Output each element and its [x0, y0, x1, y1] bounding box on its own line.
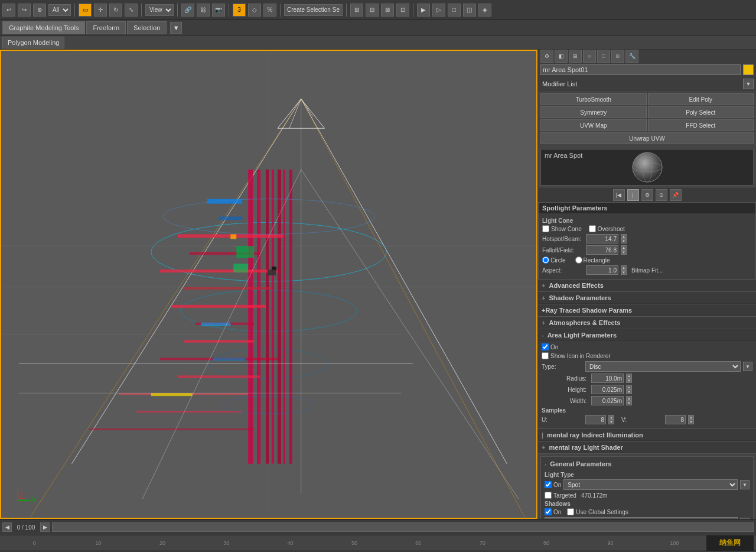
scene-icon-4[interactable]: ○	[583, 50, 596, 63]
redo-icon[interactable]: ↪	[18, 4, 31, 17]
move-icon[interactable]: ✛	[94, 4, 107, 17]
light-on-checkbox[interactable]	[545, 481, 552, 488]
falloff-up[interactable]: ▲	[621, 245, 627, 250]
timeline-track[interactable]	[52, 522, 754, 532]
circle-radio-label[interactable]: Circle	[542, 256, 566, 264]
shadow-parameters-header[interactable]: + Shadow Parameters	[538, 292, 756, 304]
width-input[interactable]: 0.025m	[591, 396, 624, 405]
shadow-type-select[interactable]: Ray Traced Shadows	[545, 517, 738, 519]
scene-icon-1[interactable]: ⚙	[540, 50, 553, 63]
overshoot-checkbox-label[interactable]: Overshoot	[589, 225, 625, 232]
v-input[interactable]: 8	[665, 415, 686, 424]
symmetry-btn[interactable]: Symmetry	[540, 106, 647, 118]
snap3-icon[interactable]: ⊠	[381, 4, 394, 17]
prev-icon-2[interactable]: |	[627, 189, 639, 201]
snap-icon[interactable]: ⊞	[350, 4, 363, 17]
render-icon[interactable]: ▶	[417, 4, 430, 17]
prev-icon-1[interactable]: |◀	[613, 189, 625, 201]
circle-radio[interactable]	[542, 256, 549, 264]
material-icon[interactable]: ◈	[478, 4, 491, 17]
bitmap-fit-btn[interactable]: Bitmap Fit...	[631, 267, 663, 274]
unwrap-uvw-btn[interactable]: Unwrap UVW	[540, 132, 754, 144]
mental-ray-shader-header[interactable]: + mental ray Light Shader	[538, 441, 756, 453]
object-color-swatch[interactable]	[743, 64, 754, 75]
unlink-icon[interactable]: ⛓	[197, 4, 210, 17]
hotspot-input[interactable]: 14.7	[586, 234, 618, 243]
radius-down[interactable]: ▼	[626, 378, 632, 383]
radius-up[interactable]: ▲	[626, 374, 632, 378]
height-input[interactable]: 0.025m	[591, 385, 624, 394]
link-icon[interactable]: 🔗	[181, 4, 194, 17]
ffd-select-btn[interactable]: FFD Select	[648, 119, 754, 131]
scene-icon-6[interactable]: ⊙	[611, 50, 624, 63]
select-icon[interactable]: ⊕	[33, 4, 46, 17]
width-up[interactable]: ▲	[626, 396, 632, 401]
aspect-input[interactable]: 1.0	[586, 265, 618, 275]
light-type-dropdown[interactable]: ▼	[740, 480, 750, 489]
hotspot-down[interactable]: ▼	[621, 239, 627, 243]
ray-traced-header[interactable]: +Ray Traced Shadow Params	[538, 304, 756, 316]
show-icon-checkbox-label[interactable]: Show Icon in Renderer	[542, 352, 611, 359]
falloff-down[interactable]: ▼	[621, 250, 627, 255]
region-select-icon[interactable]: ▭	[79, 4, 92, 17]
sub-tab-polygon-modeling[interactable]: Polygon Modeling	[2, 37, 64, 48]
prev-icon-4[interactable]: ⊙	[656, 189, 667, 201]
scene-icon-3[interactable]: ⊞	[569, 50, 582, 63]
aspect-up[interactable]: ▲	[621, 265, 627, 270]
prev-icon-3[interactable]: ⚙	[641, 189, 653, 201]
keyframe-icon[interactable]: ◇	[248, 4, 261, 17]
scene-icon-5[interactable]: □	[597, 50, 610, 63]
scene-icon-7[interactable]: 🔧	[625, 50, 638, 63]
use-global-label[interactable]: Use Global Settings	[567, 508, 628, 515]
modifier-list-dropdown-btn[interactable]: ▼	[743, 79, 754, 89]
shadows-on-label[interactable]: On	[545, 508, 561, 515]
prev-icon-5[interactable]: 📌	[670, 189, 682, 201]
targeted-checkbox-label[interactable]: Targeted	[545, 492, 576, 499]
atmospheres-header[interactable]: + Atmospheres & Effects	[538, 317, 756, 329]
shadow-type-dropdown[interactable]: ▼	[740, 518, 750, 519]
rotate-icon[interactable]: ↻	[109, 4, 122, 17]
u-input[interactable]: 8	[585, 415, 606, 424]
type-select[interactable]: Disc	[585, 361, 741, 372]
show-icon-checkbox[interactable]	[542, 352, 549, 359]
camera-icon[interactable]: 📷	[212, 4, 225, 17]
object-name-input[interactable]: mr Area Spot01	[540, 64, 741, 75]
width-down[interactable]: ▼	[626, 401, 632, 405]
render3-icon[interactable]: □	[448, 4, 461, 17]
uvw-map-btn[interactable]: UVW Map	[540, 119, 647, 131]
rectangle-radio[interactable]	[575, 256, 582, 264]
percent-icon[interactable]: %	[263, 4, 276, 17]
viewport[interactable]: FRONT	[0, 50, 537, 519]
show-cone-checkbox[interactable]	[542, 225, 549, 232]
view-select[interactable]: View	[145, 4, 174, 16]
radius-input[interactable]: 10.0m	[591, 374, 624, 383]
menu-tab-freeform[interactable]: Freeform	[86, 21, 126, 34]
height-up[interactable]: ▲	[626, 385, 632, 389]
shadows-on-checkbox[interactable]	[545, 508, 552, 515]
rectangle-radio-label[interactable]: Rectangle	[575, 256, 610, 264]
timeline-prev-btn[interactable]: ◀	[2, 522, 12, 532]
menu-tab-graphite[interactable]: Graphite Modeling Tools	[2, 21, 85, 34]
light-type-select[interactable]: Spot	[563, 479, 738, 490]
render4-icon[interactable]: ◫	[463, 4, 476, 17]
mental-ray-indirect-header[interactable]: | mental ray Indirect Illumination	[538, 429, 756, 441]
edit-poly-btn[interactable]: Edit Poly	[648, 93, 754, 105]
turbosmooth-btn[interactable]: TurboSmooth	[540, 93, 647, 105]
create-selection-btn[interactable]: Create Selection Se	[284, 4, 343, 16]
aspect-down[interactable]: ▼	[621, 270, 627, 275]
timeline-next-btn[interactable]: ▶	[40, 522, 50, 532]
type-dropdown-btn[interactable]: ▼	[743, 362, 752, 371]
v-up[interactable]: ▲	[688, 415, 694, 420]
undo-icon[interactable]: ↩	[2, 4, 15, 17]
advanced-effects-header[interactable]: + Advanced Effects	[538, 280, 756, 291]
scene-icon-2[interactable]: ◧	[555, 50, 568, 63]
render2-icon[interactable]: ▷	[432, 4, 445, 17]
poly-select-btn[interactable]: Poly Select	[648, 106, 754, 118]
v-down[interactable]: ▼	[688, 420, 694, 424]
u-up[interactable]: ▲	[608, 415, 614, 420]
gen-toggle[interactable]: -	[545, 461, 546, 467]
targeted-checkbox[interactable]	[545, 492, 552, 499]
menu-collapse-btn[interactable]: ▼	[170, 22, 182, 34]
hotspot-up[interactable]: ▲	[621, 234, 627, 239]
u-down[interactable]: ▼	[608, 420, 614, 424]
